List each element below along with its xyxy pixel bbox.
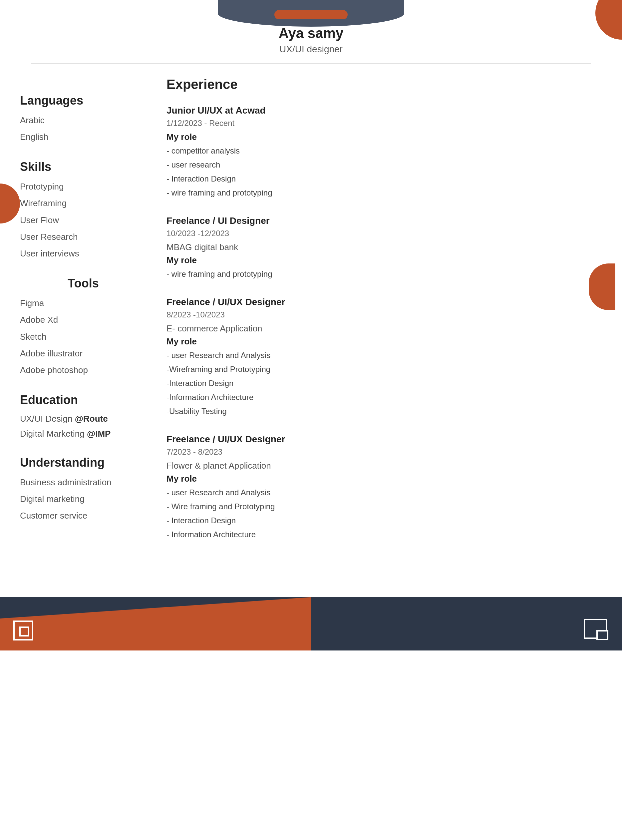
languages-section: Languages Arabic English bbox=[20, 94, 146, 143]
footer-square-outer bbox=[584, 619, 607, 639]
left-decoration-circle bbox=[0, 183, 20, 224]
resume-header: Aya samy UX/UI designer bbox=[0, 0, 622, 53]
understanding-title: Understanding bbox=[20, 456, 146, 470]
exp-role-label-0: My role bbox=[166, 132, 602, 142]
exp-job-title-1: Freelance / UI Designer bbox=[166, 215, 602, 226]
exp-role-item-2-3: -Information Architecture bbox=[166, 391, 602, 403]
exp-role-item-2-0: - user Research and Analysis bbox=[166, 349, 602, 361]
exp-role-item-1-0: - wire framing and prototyping bbox=[166, 268, 602, 280]
skill-user-interviews: User interviews bbox=[20, 247, 146, 259]
skills-section: Skills Prototyping Wireframing User Flow… bbox=[20, 160, 146, 260]
candidate-title: UX/UI designer bbox=[279, 44, 343, 55]
exp-role-label-1: My role bbox=[166, 255, 602, 265]
edu-highlight-1: @IMP bbox=[87, 428, 111, 439]
language-arabic: Arabic bbox=[20, 114, 146, 126]
exp-item-2: Freelance / UI/UX Designer 8/2023 -10/20… bbox=[166, 297, 602, 417]
understanding-section: Understanding Business administration Di… bbox=[20, 456, 146, 522]
exp-job-title-3: Freelance / UI/UX Designer bbox=[166, 434, 602, 445]
exp-item-1: Freelance / UI Designer 10/2023 -12/2023… bbox=[166, 215, 602, 280]
exp-role-item-0-2: - Interaction Design bbox=[166, 173, 602, 185]
exp-item-0: Junior UI/UX at Acwad 1/12/2023 - Recent… bbox=[166, 105, 602, 199]
understanding-item-2: Customer service bbox=[20, 509, 146, 521]
exp-role-item-0-3: - wire framing and prototyping bbox=[166, 187, 602, 199]
tool-adobe-photoshop: Adobe photoshop bbox=[20, 364, 146, 376]
tool-adobe-xd: Adobe Xd bbox=[20, 314, 146, 326]
edu-text-0: UX/UI Design bbox=[20, 414, 73, 424]
skill-prototyping: Prototyping bbox=[20, 180, 146, 192]
experience-title: Experience bbox=[166, 77, 602, 92]
header-decoration-right bbox=[579, 0, 622, 43]
tools-title: Tools bbox=[20, 276, 146, 290]
exp-date-1: 10/2023 -12/2023 bbox=[166, 229, 602, 238]
exp-date-3: 7/2023 - 8/2023 bbox=[166, 447, 602, 457]
languages-title: Languages bbox=[20, 94, 146, 108]
section-divider bbox=[31, 63, 591, 64]
tool-sketch: Sketch bbox=[20, 331, 146, 343]
exp-job-title-2: Freelance / UI/UX Designer bbox=[166, 297, 602, 307]
main-content: Languages Arabic English Skills Prototyp… bbox=[0, 77, 622, 557]
exp-role-label-3: My role bbox=[166, 474, 602, 484]
exp-role-item-3-0: - user Research and Analysis bbox=[166, 486, 602, 499]
footer-icon-left bbox=[13, 620, 33, 640]
exp-role-item-2-2: -Interaction Design bbox=[166, 377, 602, 389]
exp-date-0: 1/12/2023 - Recent bbox=[166, 119, 602, 128]
skill-user-research: User Research bbox=[20, 231, 146, 243]
exp-role-item-0-0: - competitor analysis bbox=[166, 145, 602, 157]
exp-role-item-3-3: - Information Architecture bbox=[166, 529, 602, 541]
tool-adobe-illustrator: Adobe illustrator bbox=[20, 348, 146, 359]
exp-role-item-0-1: - user research bbox=[166, 159, 602, 171]
exp-job-title-0: Junior UI/UX at Acwad bbox=[166, 105, 602, 116]
exp-company-2: E- commerce Application bbox=[166, 323, 602, 334]
education-section: Education UX/UI Design @Route Digital Ma… bbox=[20, 393, 146, 439]
exp-item-3: Freelance / UI/UX Designer 7/2023 - 8/20… bbox=[166, 434, 602, 541]
exp-company-3: Flower & planet Application bbox=[166, 460, 602, 471]
tools-section: Tools Figma Adobe Xd Sketch Adobe illust… bbox=[20, 276, 146, 377]
edu-text-1: Digital Marketing bbox=[20, 428, 85, 439]
exp-role-item-3-2: - Interaction Design bbox=[166, 515, 602, 527]
skills-title: Skills bbox=[20, 160, 146, 174]
exp-role-item-2-4: -Usability Testing bbox=[166, 406, 602, 417]
exp-role-item-3-1: - Wire framing and Prototyping bbox=[166, 501, 602, 512]
edu-item-1: Digital Marketing @IMP bbox=[20, 428, 146, 439]
footer-icon-left-inner bbox=[19, 627, 29, 636]
exp-role-item-2-1: -Wireframing and Prototyping bbox=[166, 363, 602, 375]
footer-icon-right bbox=[582, 617, 609, 640]
education-title: Education bbox=[20, 393, 146, 407]
exp-date-2: 8/2023 -10/2023 bbox=[166, 310, 602, 319]
understanding-item-0: Business administration bbox=[20, 476, 146, 488]
language-english: English bbox=[20, 131, 146, 143]
left-column: Languages Arabic English Skills Prototyp… bbox=[20, 77, 146, 557]
skill-user-flow: User Flow bbox=[20, 214, 146, 226]
skill-wireframing: Wireframing bbox=[20, 197, 146, 209]
exp-role-label-2: My role bbox=[166, 336, 602, 347]
footer-square-inner bbox=[596, 630, 608, 640]
edu-item-0: UX/UI Design @Route bbox=[20, 414, 146, 424]
understanding-item-1: Digital marketing bbox=[20, 493, 146, 505]
exp-company-1: MBAG digital bank bbox=[166, 242, 602, 253]
right-column: Experience Junior UI/UX at Acwad 1/12/20… bbox=[166, 77, 602, 557]
header-accent-pill bbox=[274, 10, 348, 19]
candidate-name: Aya samy bbox=[279, 25, 344, 41]
tool-figma: Figma bbox=[20, 297, 146, 309]
edu-highlight-0: @Route bbox=[75, 414, 108, 424]
page-footer bbox=[0, 584, 622, 651]
